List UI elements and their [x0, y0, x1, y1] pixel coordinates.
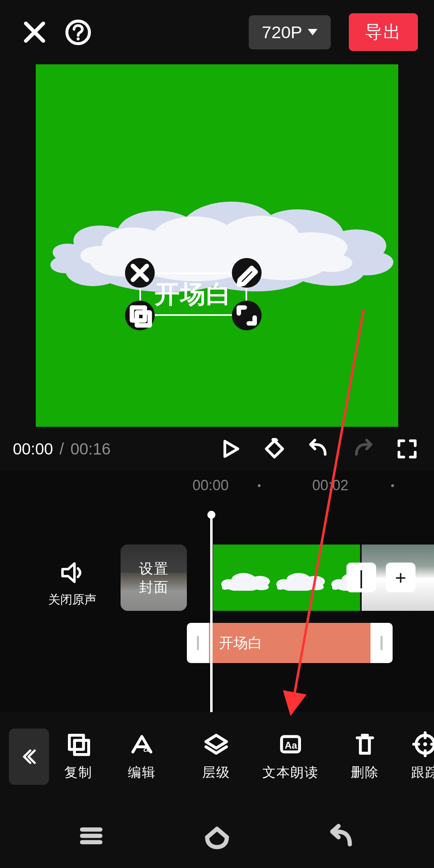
fullscreen-icon[interactable]: [396, 438, 418, 460]
export-button[interactable]: 导出: [349, 13, 418, 51]
timeline-ruler[interactable]: 00:00 00:02: [0, 477, 434, 501]
svg-text:a: a: [143, 743, 149, 754]
video-clip-a[interactable]: [213, 545, 360, 611]
redo-icon: [352, 438, 374, 460]
ruler-mark: 00:00: [192, 477, 229, 494]
ruler-dot: [258, 484, 261, 487]
cover-line2: 封面: [139, 579, 169, 595]
chevron-down-icon: [308, 29, 317, 35]
keyframe-icon[interactable]: [264, 438, 285, 460]
help-icon[interactable]: [65, 19, 91, 45]
resolution-button[interactable]: 720P: [249, 15, 331, 49]
tool-tts-label: 文本朗读: [262, 764, 319, 782]
total-time: 00:16: [70, 440, 111, 458]
play-icon[interactable]: [219, 438, 241, 460]
text-edit-handle[interactable]: [232, 258, 262, 288]
tool-delete[interactable]: 删除: [328, 731, 402, 782]
segment-left-handle[interactable]: [187, 623, 209, 663]
text-track-segment[interactable]: 开场白: [187, 623, 393, 663]
nav-back-icon[interactable]: [329, 822, 357, 850]
svg-point-1: [77, 37, 80, 40]
tool-back-button[interactable]: [9, 729, 49, 785]
preview-canvas[interactable]: 开场白: [36, 64, 398, 427]
text-segment-label[interactable]: 开场白: [209, 623, 371, 663]
text-copy-handle[interactable]: [125, 301, 155, 330]
playhead[interactable]: [210, 513, 213, 712]
mute-label: 关闭原声: [48, 592, 96, 608]
svg-text:Aa: Aa: [285, 740, 297, 751]
tool-edit[interactable]: a 编辑: [104, 731, 179, 782]
tool-track[interactable]: 跟踪: [402, 731, 434, 782]
tool-copy-label: 复制: [64, 764, 92, 782]
tool-tts[interactable]: Aa 文本朗读: [253, 731, 328, 782]
tool-layer-label: 层级: [202, 764, 230, 782]
nav-home-icon[interactable]: [203, 822, 231, 850]
undo-icon[interactable]: [308, 438, 330, 460]
tool-edit-label: 编辑: [128, 764, 156, 782]
text-delete-handle[interactable]: [125, 258, 155, 288]
tool-layer[interactable]: 层级: [179, 731, 253, 782]
set-cover-button[interactable]: 设置封面: [121, 545, 187, 611]
cover-line1: 设置: [139, 561, 169, 576]
transition-button[interactable]: |: [346, 563, 376, 592]
nav-recent-icon[interactable]: [77, 822, 105, 850]
segment-right-handle[interactable]: [371, 623, 393, 663]
add-clip-button[interactable]: +: [386, 563, 416, 592]
tool-copy[interactable]: 复制: [52, 731, 104, 782]
ruler-dot: [391, 484, 394, 487]
tool-delete-label: 删除: [351, 764, 379, 782]
timeline[interactable]: 00:00 00:02 关闭原声 设置封面 | + 开场白: [0, 471, 434, 712]
current-time: 00:00: [13, 440, 53, 458]
svg-point-11: [423, 742, 427, 746]
svg-rect-6: [74, 740, 88, 754]
time-separator: /: [59, 440, 64, 458]
mute-original-sound[interactable]: 关闭原声: [48, 559, 96, 608]
resolution-label: 720P: [262, 23, 302, 42]
text-overlay-box[interactable]: 开场白: [139, 272, 247, 316]
close-icon[interactable]: [22, 20, 47, 45]
text-resize-handle[interactable]: [232, 301, 262, 330]
tool-track-label: 跟踪: [411, 764, 434, 782]
svg-rect-5: [70, 735, 84, 749]
ruler-mark: 00:02: [312, 477, 348, 494]
text-overlay-content: 开场白: [155, 277, 232, 311]
